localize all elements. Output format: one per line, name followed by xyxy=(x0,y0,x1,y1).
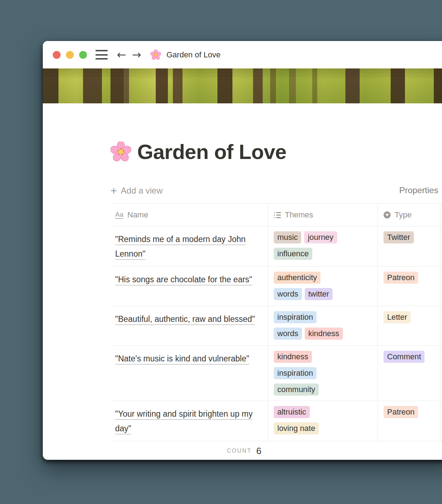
type-cell[interactable]: Letter xyxy=(378,306,441,345)
theme-tag: words xyxy=(274,288,302,300)
database-table: Aa Name Themes Type "Reminds me of a mod… xyxy=(110,204,442,460)
row-filler xyxy=(441,226,442,266)
row-name[interactable]: "Your writing and spirit brighten up my … xyxy=(115,409,253,433)
theme-tag: authenticity xyxy=(274,272,320,284)
table-header-row: Aa Name Themes Type xyxy=(110,204,442,226)
page-body: Garden of Love + Add a view Properties A… xyxy=(43,140,442,460)
theme-tag: twitter xyxy=(305,288,333,300)
type-tag: Patreon xyxy=(384,406,418,418)
type-tag: Patreon xyxy=(384,272,418,284)
cover-image xyxy=(43,68,442,103)
theme-tag: journey xyxy=(304,231,337,243)
tag-line: kindness xyxy=(274,351,312,363)
add-view-button[interactable]: + Add a view xyxy=(110,185,163,196)
name-cell[interactable]: "Your writing and spirit brighten up my … xyxy=(110,401,268,441)
tag-line: loving nate xyxy=(274,422,319,434)
name-cell[interactable]: "Nate's music is kind and vulnerable" xyxy=(110,346,268,401)
table-row: "Nate's music is kind and vulnerable"kin… xyxy=(110,346,442,401)
theme-tag: inspiration xyxy=(274,311,317,323)
row-name[interactable]: "His songs are chocolate for the ears" xyxy=(115,275,252,284)
name-cell[interactable]: "Beautiful, authentic, raw and blessed" xyxy=(110,306,268,345)
theme-tag: inspiration xyxy=(274,367,317,379)
close-window-button[interactable] xyxy=(53,51,61,59)
theme-tag: music xyxy=(274,231,301,243)
tag-line: wordskindness xyxy=(274,328,343,340)
table-row: "Your writing and spirit brighten up my … xyxy=(110,401,442,441)
type-tag: Comment xyxy=(384,351,425,363)
tag-line: community xyxy=(274,384,319,396)
column-header-name[interactable]: Aa Name xyxy=(110,204,268,226)
type-cell[interactable]: Comment xyxy=(378,346,441,401)
themes-cell[interactable]: kindnessinspirationcommunity xyxy=(268,346,378,401)
tag-line: musicjourney xyxy=(274,231,337,243)
page-title-row: Garden of Love xyxy=(110,140,442,164)
header-filler xyxy=(441,204,442,226)
row-name[interactable]: "Reminds me of a modern day John Lennon" xyxy=(115,235,246,258)
themes-cell[interactable]: musicjourneyinfluence xyxy=(268,226,378,266)
window-titlebar: ← → Garden of Love xyxy=(43,41,442,68)
theme-tag: community xyxy=(274,384,319,396)
add-view-label: Add a view xyxy=(121,186,163,196)
theme-tag: words xyxy=(274,328,302,340)
cherry-blossom-icon xyxy=(110,142,131,162)
tag-line: inspiration xyxy=(274,367,317,379)
zoom-window-button[interactable] xyxy=(79,51,87,59)
theme-tag: kindness xyxy=(274,351,312,363)
count-label: COUNT xyxy=(227,448,252,454)
view-toolbar: + Add a view Properties xyxy=(110,183,442,199)
row-filler xyxy=(441,306,442,345)
theme-tag: loving nate xyxy=(274,422,319,434)
row-filler xyxy=(441,267,442,306)
row-name[interactable]: "Beautiful, authentic, raw and blessed" xyxy=(115,314,255,324)
tag-line: altruistic xyxy=(274,406,310,418)
cherry-blossom-icon xyxy=(150,50,161,60)
desktop: { "colors": { "background": "#4d6670", "… xyxy=(0,0,442,504)
table-rows: "Reminds me of a modern day John Lennon"… xyxy=(110,226,442,441)
count-value: 6 xyxy=(256,446,261,457)
minimize-window-button[interactable] xyxy=(66,51,74,59)
themes-cell[interactable]: altruisticloving nate xyxy=(268,401,378,441)
tag-line: wordstwitter xyxy=(274,288,333,300)
forward-arrow-icon[interactable]: → xyxy=(132,49,141,60)
themes-cell[interactable]: inspirationwordskindness xyxy=(268,306,378,345)
column-label: Name xyxy=(127,210,148,220)
theme-tag: kindness xyxy=(305,328,343,340)
tag-line: inspiration xyxy=(274,311,317,323)
back-arrow-icon[interactable]: ← xyxy=(117,49,126,60)
theme-tag: influence xyxy=(274,248,312,260)
count-footer[interactable]: COUNT 6 xyxy=(110,441,378,460)
row-filler xyxy=(441,346,442,401)
table-row: "Beautiful, authentic, raw and blessed"i… xyxy=(110,306,442,346)
type-cell[interactable]: Twitter xyxy=(378,226,441,266)
row-name[interactable]: "Nate's music is kind and vulnerable" xyxy=(115,354,249,363)
select-icon xyxy=(384,211,391,218)
row-filler xyxy=(441,401,442,441)
plus-icon: + xyxy=(110,185,117,196)
window-document-title: Garden of Love xyxy=(166,50,221,60)
traffic-lights xyxy=(53,51,87,59)
page-title[interactable]: Garden of Love xyxy=(137,140,286,164)
menu-icon[interactable] xyxy=(96,50,108,60)
type-tag: Twitter xyxy=(384,231,414,243)
column-header-type[interactable]: Type xyxy=(378,204,441,226)
tag-line: influence xyxy=(274,248,312,260)
column-label: Type xyxy=(395,210,412,220)
name-cell[interactable]: "His songs are chocolate for the ears" xyxy=(110,267,268,306)
table-row: "Reminds me of a modern day John Lennon"… xyxy=(110,226,442,267)
theme-tag: altruistic xyxy=(274,406,310,418)
type-cell[interactable]: Patreon xyxy=(378,267,441,306)
text-icon: Aa xyxy=(115,211,123,219)
app-window: ← → Garden of Love Garden of Love + Add … xyxy=(43,41,442,460)
type-tag: Letter xyxy=(384,311,411,323)
themes-cell[interactable]: authenticitywordstwitter xyxy=(268,267,378,306)
table-row: "His songs are chocolate for the ears"au… xyxy=(110,267,442,306)
tag-line: authenticity xyxy=(274,272,320,284)
type-cell[interactable]: Patreon xyxy=(378,401,441,441)
column-header-themes[interactable]: Themes xyxy=(268,204,378,226)
properties-button[interactable]: Properties xyxy=(399,185,438,195)
column-label: Themes xyxy=(285,210,313,220)
bulleted-list-icon xyxy=(274,212,281,218)
name-cell[interactable]: "Reminds me of a modern day John Lennon" xyxy=(110,226,268,266)
